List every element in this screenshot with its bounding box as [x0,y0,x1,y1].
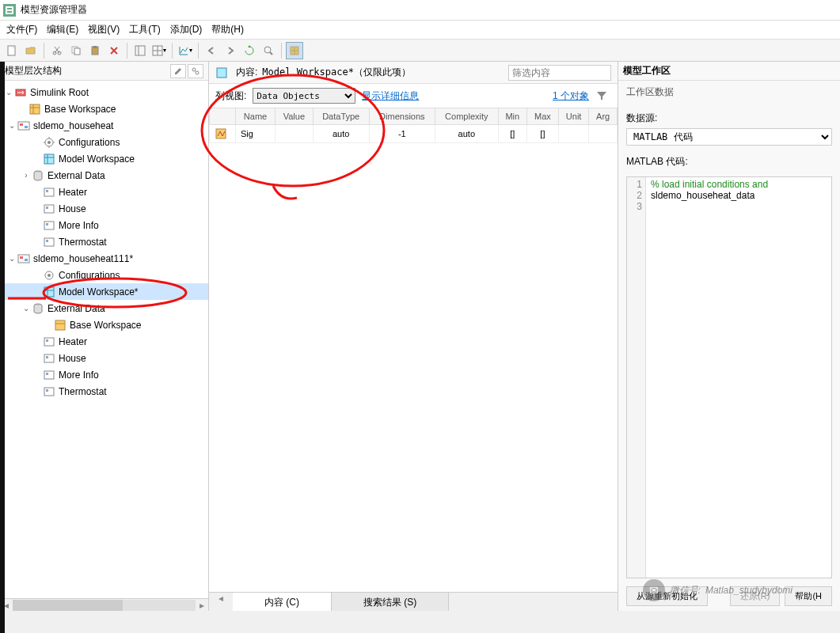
svg-rect-8 [74,48,80,55]
svg-rect-10 [93,46,97,48]
table-row[interactable]: Sig auto -1 auto [] [] [210,125,618,143]
tree-m2-thermo[interactable]: Thermostat [0,383,208,400]
signal-icon [215,127,227,140]
back-icon[interactable] [203,42,220,59]
tree-m1-external[interactable]: ›External Data [0,167,208,184]
delete-icon[interactable] [105,42,123,59]
object-count-link[interactable]: 1 个对象 [553,89,589,103]
open-icon[interactable] [22,42,40,59]
forward-icon[interactable] [222,42,239,59]
plot-icon[interactable]: ▾ [177,42,194,59]
tree-model1[interactable]: ⌄sldemo_househeat [0,117,208,134]
tree-m1-thermo[interactable]: Thermostat [0,233,208,250]
cut-icon[interactable] [48,42,66,59]
col-min[interactable]: Min [498,108,526,125]
copy-icon[interactable] [67,42,85,59]
reinit-button[interactable]: 从源重新初始化 [626,586,708,606]
cell-unit[interactable] [558,125,588,143]
cell-name[interactable]: Sig [236,125,276,143]
col-complexity[interactable]: Complexity [435,108,498,125]
revert-button[interactable]: 还原(R) [730,586,780,606]
datasource-select[interactable]: MATLAB 代码 [626,128,832,146]
tree-root[interactable]: ⌄Simulink Root [0,84,208,100]
link-icon[interactable] [188,64,203,78]
hierarchy-tree[interactable]: ⌄Simulink Root Base Workspace ⌄sldemo_ho… [0,81,208,598]
tree-m1-more[interactable]: More Info [0,217,208,233]
refresh-icon[interactable] [241,42,258,59]
svg-rect-44 [46,240,48,242]
tree-m2-workspace[interactable]: Model Workspace* [0,283,208,300]
cell-complexity[interactable]: auto [435,125,498,143]
cell-min[interactable]: [] [498,125,526,143]
tree-m2-house[interactable]: House [0,350,208,366]
window-title: 模型资源管理器 [21,3,87,17]
grid-icon[interactable] [286,42,303,59]
cell-max[interactable]: [] [526,125,558,143]
paste-icon[interactable] [86,42,104,59]
tree-m1-house[interactable]: House [0,200,208,217]
svg-point-49 [48,274,51,277]
col-unit[interactable]: Unit [558,108,588,125]
data-table[interactable]: Name Value DataType Dimensions Complexit… [209,108,618,592]
show-details-link[interactable]: 显示详细信息 [362,89,419,103]
svg-point-16 [264,47,271,53]
col-dimensions[interactable]: Dimensions [369,108,435,125]
app-icon [3,4,16,17]
help-button[interactable]: 帮助(H [785,586,832,606]
col-datatype[interactable]: DataType [313,108,369,125]
menu-tools[interactable]: 工具(T) [129,23,160,36]
menu-edit[interactable]: 编辑(E) [47,23,78,36]
menu-file[interactable]: 文件(F) [6,23,37,36]
new-icon[interactable] [3,42,21,59]
hierarchy-header: 模型层次结构 [0,62,208,81]
menu-view[interactable]: 视图(V) [88,23,120,36]
tree-m2-more[interactable]: More Info [0,366,208,383]
cell-dimensions[interactable]: -1 [369,125,435,143]
svg-rect-39 [44,205,54,213]
colview-select[interactable]: Data Objects [253,88,355,104]
svg-rect-54 [55,320,65,330]
cell-value[interactable] [276,125,314,143]
col-name[interactable]: Name [236,108,276,125]
code-content[interactable]: % load initial conditions and sldemo_hou… [646,177,831,578]
menu-add[interactable]: 添加(D) [170,23,203,36]
svg-rect-59 [46,356,48,358]
model-workspace-icon [43,286,55,298]
tree-m1-workspace[interactable]: Model Workspace [0,150,208,167]
code-editor[interactable]: 123 % load initial conditions and sldemo… [626,176,832,578]
tab-search[interactable]: 搜索结果 (S) [332,593,449,611]
tree-m1-config[interactable]: Configurations [0,134,208,150]
code-label: MATLAB 代码: [626,156,688,167]
edit-icon[interactable] [170,64,186,78]
svg-rect-57 [46,339,48,342]
svg-rect-1 [6,6,13,14]
svg-rect-33 [44,154,54,164]
layout2-icon[interactable]: ▾ [150,42,168,59]
scrollbar-horizontal[interactable]: ◂ ▸ [0,598,208,611]
svg-rect-62 [44,388,54,396]
col-value[interactable]: Value [276,108,314,125]
menu-help[interactable]: 帮助(H) [211,23,244,36]
tree-m2-config[interactable]: Configurations [0,267,208,283]
col-arg[interactable]: Arg [589,108,618,125]
tree-m2-heater[interactable]: Heater [0,333,208,350]
svg-rect-56 [44,338,54,346]
cell-datatype[interactable]: auto [313,125,369,143]
tree-m1-heater[interactable]: Heater [0,184,208,200]
col-max[interactable]: Max [526,108,558,125]
workspace-icon [29,103,41,116]
svg-line-23 [195,70,196,72]
tree-m2-external[interactable]: ⌄External Data [0,300,208,316]
layout1-icon[interactable] [131,42,149,59]
cell-arg[interactable] [589,125,618,143]
content-icon [215,66,228,79]
tab-content[interactable]: 内容 (C) [233,593,332,611]
tree-base-workspace[interactable]: Base Workspace [0,100,208,117]
workspace-panel: 模型工作区 工作区数据 数据源: MATLAB 代码 MATLAB 代码: 12… [618,62,840,611]
tree-model2[interactable]: ⌄sldemo_househeat111* [0,250,208,267]
subsystem-icon [43,236,55,248]
filter-icon[interactable] [595,89,608,102]
tree-m2-basews[interactable]: Base Workspace [0,316,208,333]
find-icon[interactable] [260,42,277,59]
filter-input[interactable] [508,65,611,81]
